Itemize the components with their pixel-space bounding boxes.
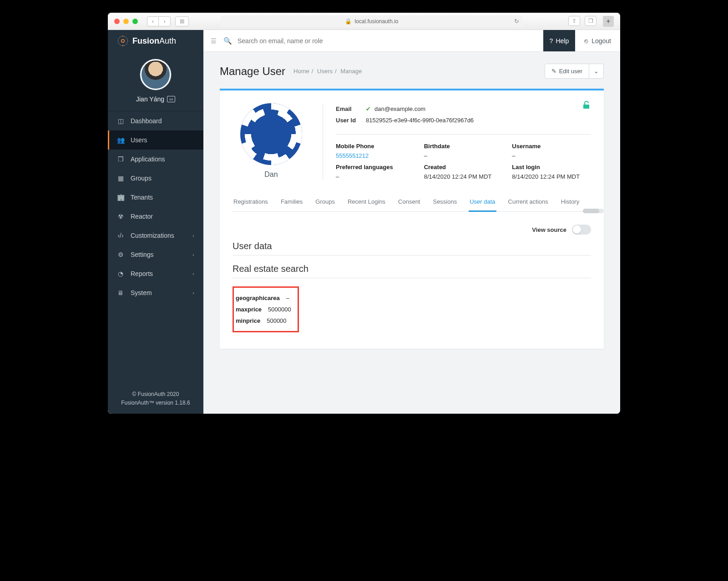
username-value: –: [512, 152, 591, 159]
sidebar-item-system[interactable]: 🖥System‹: [108, 283, 203, 302]
userdata-value: 5000000: [268, 306, 291, 313]
tab-families[interactable]: Families: [280, 198, 303, 211]
username-label: Username: [512, 143, 591, 150]
sidebar-item-reports[interactable]: ◔Reports‹: [108, 264, 203, 283]
page-title: Manage User: [220, 65, 285, 78]
help-icon: ?: [550, 37, 553, 45]
user-tabs: Registrations Families Groups Recent Log…: [233, 198, 591, 212]
sidebar-item-label: Reports: [131, 270, 153, 277]
sidebar-item-label: Dashboard: [131, 117, 162, 125]
address-bar[interactable]: 🔒 local.fusionauth.io ↻: [221, 15, 523, 27]
preflang-value: –: [336, 173, 415, 180]
minimize-window[interactable]: [123, 19, 129, 24]
chevron-left-icon: ‹: [192, 290, 194, 296]
unlock-icon[interactable]: [582, 100, 591, 110]
chevron-down-icon: ⌄: [594, 68, 599, 75]
browser-forward[interactable]: ›: [159, 16, 171, 26]
id-card-icon[interactable]: ▭: [167, 96, 175, 102]
tab-groups[interactable]: Groups: [314, 198, 336, 211]
svg-point-3: [122, 45, 123, 46]
user-avatar[interactable]: [240, 103, 302, 165]
brand-logo[interactable]: FusionAuth: [108, 30, 203, 52]
close-window[interactable]: [114, 19, 120, 24]
sidebar-item-reactor[interactable]: ☢Reactor: [108, 207, 203, 226]
mobile-value[interactable]: 5555551212: [336, 152, 415, 159]
help-button[interactable]: ?Help: [543, 30, 576, 51]
userdata-heading: User data: [233, 241, 591, 255]
birthdate-label: Birthdate: [424, 143, 503, 150]
crumb-home[interactable]: Home: [293, 68, 309, 75]
tab-current-actions[interactable]: Current actions: [507, 198, 549, 211]
logout-icon: ⎋: [584, 37, 588, 45]
preflang-label: Preferred languages: [336, 164, 415, 170]
userdata-key: maxprice: [236, 306, 262, 313]
chevron-left-icon: ‹: [192, 271, 194, 276]
brand-name: FusionAuth: [132, 36, 176, 46]
page-header: Manage User Home/ Users/ Manage ✎Edit us…: [220, 64, 604, 79]
search-icon: 🔍: [223, 37, 232, 45]
logout-button[interactable]: ⎋Logout: [575, 30, 620, 51]
sidebar-item-label: Users: [131, 136, 147, 144]
lastlogin-label: Last login: [512, 164, 591, 170]
cube-icon: ❒: [117, 155, 124, 163]
reload-icon[interactable]: ↻: [514, 18, 519, 25]
sidebar-item-label: Settings: [131, 251, 154, 258]
view-source-label: View source: [532, 226, 566, 233]
pencil-icon: ✎: [551, 68, 556, 75]
url: local.fusionauth.io: [354, 18, 398, 25]
reactor-icon: ☢: [117, 213, 124, 220]
userdata-value: 500000: [267, 317, 286, 324]
tab-sessions[interactable]: Sessions: [432, 198, 458, 211]
userid-value: 81529525-e3e9-4f6c-99f0-0ea76f2967d6: [366, 117, 474, 124]
sidebar-item-dashboard[interactable]: ◫Dashboard: [108, 111, 203, 130]
code-icon: ‹/›: [117, 232, 124, 239]
created-value: 8/14/2020 12:24 PM MDT: [424, 173, 503, 180]
tab-consent[interactable]: Consent: [397, 198, 421, 211]
browser-back[interactable]: ‹: [147, 16, 159, 26]
search-input[interactable]: [237, 37, 543, 45]
search-box[interactable]: 🔍: [223, 37, 543, 45]
copyright: © FusionAuth 2020: [108, 390, 203, 399]
sidebar-item-customizations[interactable]: ‹/›Customizations‹: [108, 226, 203, 245]
sidebar-item-applications[interactable]: ❒Applications: [108, 150, 203, 169]
sidebar-item-groups[interactable]: ▦Groups: [108, 169, 203, 188]
userdata-key: minprice: [236, 317, 260, 324]
tab-history[interactable]: History: [560, 198, 580, 211]
edit-user-label: Edit user: [559, 68, 582, 75]
view-source-toggle[interactable]: [572, 225, 591, 235]
email-label: Email: [336, 105, 366, 112]
maximize-window[interactable]: [132, 19, 138, 24]
user-panel: Dan Email✔dan@example.com User Id8152952…: [220, 89, 604, 349]
tab-recent-logins[interactable]: Recent Logins: [347, 198, 386, 211]
sliders-icon: ⚙: [117, 251, 124, 258]
share-icon[interactable]: ⇪: [568, 16, 580, 26]
crumb-manage[interactable]: Manage: [340, 68, 362, 75]
chevron-left-icon: ‹: [192, 233, 194, 238]
sidebar-item-label: Applications: [131, 155, 165, 163]
sidebar-item-label: Customizations: [131, 232, 174, 239]
breadcrumb: Home/ Users/ Manage: [293, 68, 362, 75]
sidebar-item-settings[interactable]: ⚙Settings‹: [108, 245, 203, 264]
sidebar-item-users[interactable]: 👥Users: [108, 130, 203, 150]
help-label: Help: [556, 37, 569, 45]
user-display-name: Dan: [233, 170, 310, 179]
building-icon: 🏢: [117, 194, 124, 201]
crumb-users[interactable]: Users: [317, 68, 333, 75]
profile-avatar[interactable]: [140, 59, 171, 90]
sidebar-item-label: Groups: [131, 175, 152, 182]
tab-registrations[interactable]: Registrations: [233, 198, 269, 211]
tabs-icon[interactable]: ❐: [585, 16, 597, 26]
window-controls: [114, 19, 138, 24]
edit-user-button[interactable]: ✎Edit user: [545, 64, 589, 79]
tab-user-data[interactable]: User data: [469, 198, 496, 212]
new-tab-button[interactable]: +: [603, 16, 614, 27]
highlighted-userdata: geographicarea– maxprice5000000 minprice…: [233, 286, 299, 332]
userdata-row: geographicarea–: [234, 292, 291, 304]
sidebar-item-tenants[interactable]: 🏢Tenants: [108, 188, 203, 207]
tab-scrollbar[interactable]: [583, 209, 604, 213]
sidebar-toggle[interactable]: ☰: [203, 37, 223, 45]
browser-toolbar: ‹ › ▥ 🔒 local.fusionauth.io ↻ ⇪ ❐ +: [108, 13, 620, 30]
browser-sidebar-icon[interactable]: ▥: [175, 16, 189, 26]
edit-user-dropdown[interactable]: ⌄: [589, 64, 604, 79]
verified-icon: ✔: [366, 105, 371, 112]
